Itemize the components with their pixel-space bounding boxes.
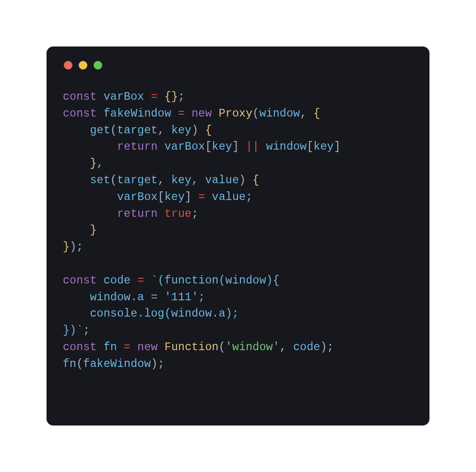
token-kw: const <box>63 107 97 120</box>
token-kw: new <box>137 341 157 354</box>
token-op: = <box>151 91 158 103</box>
token-brace: { <box>313 107 320 120</box>
token-var: window <box>259 107 300 120</box>
token-kw: const <box>63 341 97 354</box>
token-punc: ); <box>320 341 333 354</box>
token-punc <box>212 107 219 120</box>
token-punc: ); <box>70 241 83 253</box>
token-punc <box>97 91 104 103</box>
token-punc: , <box>158 124 171 137</box>
token-punc <box>63 224 90 236</box>
token-str: (function(window){ <box>158 274 280 287</box>
code-content: const varBox = {}; const fakeWindow = ne… <box>63 89 413 373</box>
token-punc <box>63 191 117 203</box>
token-punc <box>63 157 90 170</box>
token-brace: { <box>252 174 259 187</box>
token-brace: } <box>63 241 70 253</box>
token-punc <box>158 141 165 153</box>
token-punc <box>63 124 90 137</box>
token-punc: ( <box>110 124 117 137</box>
token-punc: [ <box>307 141 313 153</box>
token-punc <box>131 341 137 354</box>
window-traffic-lights <box>64 61 413 70</box>
token-var: key <box>165 191 185 203</box>
token-brace: { <box>205 124 212 137</box>
token-punc <box>205 191 212 203</box>
token-punc: , <box>300 107 313 120</box>
token-punc: ( <box>219 341 226 354</box>
token-kw: new <box>191 107 212 120</box>
token-var: code <box>104 274 131 287</box>
token-var: target <box>117 174 158 187</box>
token-str: }) <box>63 324 76 337</box>
token-kw: return <box>117 208 158 220</box>
token-var: fn <box>104 341 117 354</box>
token-fn: set <box>90 174 110 187</box>
token-punc: , <box>158 174 171 187</box>
token-var: code <box>293 341 320 354</box>
token-strlit: 'window' <box>226 341 280 354</box>
token-kw: return <box>117 141 158 153</box>
code-window: const varBox = {}; const fakeWindow = ne… <box>47 47 429 425</box>
token-punc: ) <box>191 124 205 137</box>
token-str: console.log(window.a); <box>63 307 239 320</box>
token-punc <box>97 341 104 354</box>
token-kw: const <box>63 274 97 287</box>
token-punc <box>97 274 104 287</box>
token-op: || <box>246 141 259 153</box>
token-punc: ( <box>110 174 117 187</box>
token-backtk: ` <box>151 274 158 287</box>
token-punc: ( <box>252 107 259 120</box>
token-var: fakeWindow <box>83 358 151 370</box>
token-op: = <box>178 107 185 120</box>
token-punc: ] <box>185 191 198 203</box>
token-punc <box>97 107 104 120</box>
token-punc: ] <box>334 141 341 153</box>
token-var: key <box>313 141 333 153</box>
token-var: key <box>171 174 191 187</box>
token-var: value <box>212 191 246 203</box>
token-punc <box>131 274 137 287</box>
token-punc: ; <box>191 208 198 220</box>
token-punc: ] <box>232 141 246 153</box>
token-punc: [ <box>205 141 212 153</box>
token-class: Proxy <box>219 107 253 120</box>
token-punc: , <box>97 157 104 170</box>
token-punc: ; <box>178 91 185 103</box>
token-punc <box>117 341 124 354</box>
token-punc: [ <box>158 191 165 203</box>
token-brace: } <box>90 224 96 236</box>
maximize-icon[interactable] <box>94 61 102 70</box>
token-punc <box>144 274 151 287</box>
token-var: varBox <box>117 191 158 203</box>
token-var: key <box>171 124 191 137</box>
token-var: fakeWindow <box>104 107 171 120</box>
token-punc <box>63 208 117 220</box>
token-backtk: ` <box>76 324 83 337</box>
token-punc <box>158 208 165 220</box>
token-punc: ( <box>76 358 83 370</box>
token-punc <box>185 107 191 120</box>
token-var: varBox <box>165 141 205 153</box>
token-punc <box>144 91 151 103</box>
token-op: = <box>198 191 205 203</box>
token-punc: , <box>280 341 293 354</box>
token-var: target <box>117 124 158 137</box>
token-kw: const <box>63 91 97 103</box>
token-punc: ; <box>246 191 252 203</box>
token-punc <box>63 174 90 187</box>
token-var: key <box>212 141 232 153</box>
token-punc: ) <box>239 174 252 187</box>
token-fn: get <box>90 124 110 137</box>
token-punc <box>259 141 266 153</box>
token-var: value <box>205 174 239 187</box>
token-brace: {} <box>165 91 178 103</box>
token-punc: ; <box>83 324 90 337</box>
token-punc <box>158 341 165 354</box>
close-icon[interactable] <box>64 61 72 70</box>
token-var: varBox <box>104 91 144 103</box>
token-punc: , <box>191 174 205 187</box>
token-fn: fn <box>63 358 76 370</box>
token-bool: true <box>165 208 191 220</box>
minimize-icon[interactable] <box>79 61 87 70</box>
